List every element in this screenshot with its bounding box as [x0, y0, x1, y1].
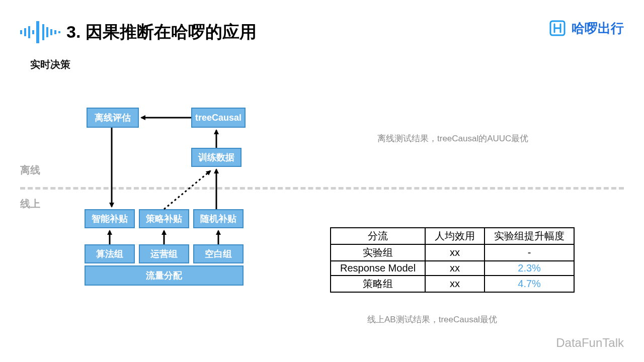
brand-name: 哈啰出行 — [572, 20, 624, 37]
node-smart-subsidy: 智能补贴 — [85, 209, 135, 228]
ab-test-table: 分流 人均效用 实验组提升幅度 实验组 xx - Response Model … — [330, 227, 575, 293]
svg-rect-8 — [54, 30, 56, 34]
col-split: 分流 — [331, 228, 425, 244]
slide-title: 3. 因果推断在哈啰的应用 — [66, 21, 257, 44]
node-random-subsidy: 随机补贴 — [193, 209, 244, 228]
online-result-note: 线上AB测试结果，treeCausal最优 — [367, 314, 497, 325]
svg-rect-4 — [36, 21, 39, 43]
svg-rect-0 — [20, 30, 22, 34]
svg-rect-9 — [58, 31, 60, 33]
svg-rect-7 — [50, 29, 52, 35]
section-subtitle: 实时决策 — [30, 58, 70, 71]
soundwave-icon — [20, 20, 60, 44]
table-row: 策略组 xx 4.7% — [331, 276, 574, 292]
diagram-arrows — [0, 0, 644, 362]
brand-icon — [548, 19, 567, 37]
slide-header: 3. 因果推断在哈啰的应用 — [20, 20, 257, 44]
table-header-row: 分流 人均效用 实验组提升幅度 — [331, 228, 574, 244]
node-ops-group: 运营组 — [139, 244, 189, 263]
svg-rect-1 — [24, 28, 26, 36]
online-section-label: 线上 — [20, 197, 40, 211]
col-utility: 人均效用 — [425, 228, 485, 244]
node-algo-group: 算法组 — [85, 244, 135, 263]
node-treecausal: treeCausal — [191, 108, 246, 128]
table-row: 实验组 xx - — [331, 244, 574, 261]
node-training-data: 训练数据 — [191, 148, 242, 167]
offline-section-label: 离线 — [20, 163, 40, 177]
watermark: DataFunTalk — [556, 336, 624, 350]
svg-rect-2 — [28, 26, 30, 38]
node-strategy-subsidy: 策略补贴 — [139, 209, 189, 228]
col-uplift: 实验组提升幅度 — [485, 228, 574, 244]
offline-result-note: 离线测试结果，treeCausal的AUUC最优 — [377, 133, 528, 144]
node-offline-evaluation: 离线评估 — [87, 108, 139, 128]
table-row: Response Model xx 2.3% — [331, 261, 574, 276]
svg-rect-3 — [32, 30, 34, 34]
svg-line-15 — [164, 171, 210, 209]
brand-logo: 哈啰出行 — [548, 19, 624, 37]
svg-rect-5 — [42, 24, 44, 40]
section-divider — [20, 187, 624, 190]
svg-rect-6 — [46, 27, 48, 37]
node-traffic-alloc: 流量分配 — [85, 265, 244, 286]
node-blank-group: 空白组 — [193, 244, 244, 263]
